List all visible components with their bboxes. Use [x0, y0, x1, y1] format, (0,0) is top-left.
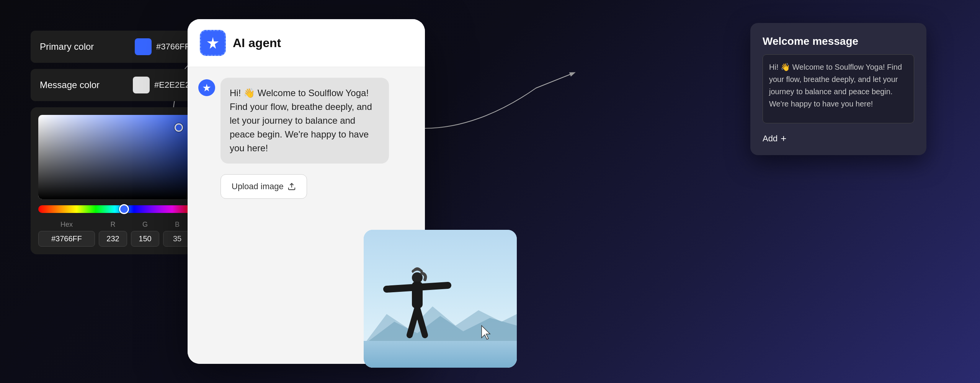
upload-image-button[interactable]: Upload image	[220, 174, 307, 199]
hex-input-group: Hex	[38, 221, 95, 247]
upload-icon	[287, 182, 296, 191]
chat-header: AI agent	[188, 19, 425, 67]
upload-button-wrapper: Upload image	[220, 171, 414, 199]
add-button[interactable]: Add +	[763, 133, 914, 144]
welcome-panel: Welcome message Add +	[750, 23, 926, 155]
welcome-message-text: Hi! 👋 Welcome to Soulflow Yoga! Find you…	[230, 88, 372, 153]
hue-slider[interactable]	[38, 205, 191, 213]
add-label: Add	[763, 134, 777, 144]
cursor-svg	[480, 324, 494, 341]
b-input[interactable]	[163, 231, 191, 247]
bot-sparkle-icon	[202, 83, 211, 92]
bot-avatar	[198, 79, 215, 96]
sparkle-icon	[206, 36, 220, 50]
r-input-group: R	[99, 221, 127, 247]
r-label: R	[99, 221, 127, 229]
color-inputs: Hex R G B	[38, 221, 191, 247]
color-panel: Primary color #3766FF Message color #E2E…	[31, 31, 199, 254]
svg-point-2	[211, 41, 215, 45]
upload-image-label: Upload image	[232, 182, 284, 192]
g-label: G	[131, 221, 159, 229]
message-row: Hi! 👋 Welcome to Soulflow Yoga! Find you…	[198, 78, 414, 164]
primary-color-label: Primary color	[40, 41, 135, 52]
primary-color-swatch[interactable]	[135, 38, 152, 55]
r-input[interactable]	[99, 231, 127, 247]
message-color-swatch[interactable]	[133, 77, 150, 93]
agent-title: AI agent	[233, 36, 281, 50]
b-input-group: B	[163, 221, 191, 247]
agent-icon	[200, 30, 226, 56]
gradient-canvas[interactable]	[38, 115, 191, 199]
welcome-textarea[interactable]	[763, 54, 914, 123]
welcome-panel-title: Welcome message	[763, 35, 914, 47]
b-label: B	[163, 221, 191, 229]
svg-line-8	[417, 308, 425, 335]
message-color-label: Message color	[40, 80, 133, 90]
color-picker-widget: Hex R G B	[31, 107, 199, 254]
message-color-hex: #E2E2E2	[154, 80, 190, 90]
message-color-row[interactable]: Message color #E2E2E2	[31, 69, 199, 101]
add-plus-icon: +	[781, 133, 786, 144]
message-bubble: Hi! 👋 Welcome to Soulflow Yoga! Find you…	[220, 78, 389, 164]
primary-color-row[interactable]: Primary color #3766FF	[31, 31, 199, 63]
gradient-thumb[interactable]	[175, 123, 183, 132]
g-input-group: G	[131, 221, 159, 247]
hex-input[interactable]	[38, 231, 95, 247]
yoga-image	[364, 230, 517, 368]
hex-label: Hex	[38, 221, 95, 229]
primary-color-hex: #3766FF	[156, 42, 190, 52]
svg-rect-6	[412, 282, 423, 308]
hue-thumb[interactable]	[119, 204, 129, 214]
g-input[interactable]	[131, 231, 159, 247]
yoga-figure-svg	[379, 247, 456, 347]
